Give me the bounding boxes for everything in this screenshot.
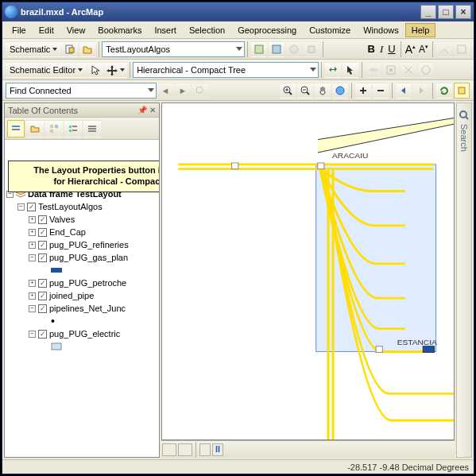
menu-insert[interactable]: Insert	[148, 23, 183, 37]
schematic-editor-dropdown[interactable]: Schematic Editor	[6, 62, 87, 78]
menu-selection[interactable]: Selection	[183, 23, 231, 37]
callout-line1: The Layout Properties button is disabled	[14, 165, 159, 176]
refresh-view-button[interactable]	[199, 443, 211, 456]
svg-rect-22	[69, 130, 72, 132]
view-tabs: II	[161, 440, 455, 458]
tree-item-label: pug_PUG_refineries	[49, 240, 129, 250]
layout-combo[interactable]: TestLayoutAlgos	[102, 41, 245, 57]
refresh-button[interactable]	[436, 83, 452, 99]
search-panel-label: Search	[459, 124, 469, 152]
select-tool-button[interactable]	[87, 62, 103, 78]
menu-file[interactable]: File	[6, 23, 33, 37]
schematic-dropdown[interactable]: Schematic	[6, 41, 61, 57]
svg-rect-24	[88, 126, 96, 127]
svg-point-10	[196, 87, 203, 93]
tree-item-label: joined_pipe	[49, 291, 94, 300]
font-shrink-button[interactable]: A▾	[417, 44, 430, 55]
svg-point-4	[290, 45, 298, 53]
find-prev-button: ◄	[157, 83, 173, 99]
zoom-out-button[interactable]	[297, 83, 313, 99]
toolbar-find: Find Connected ◄ ►	[2, 80, 474, 101]
maximize-button[interactable]: □	[438, 5, 454, 19]
apply-layout-button[interactable]	[325, 62, 341, 78]
font-grow-button[interactable]: A▴	[404, 43, 417, 56]
titlebar: brazil.mxd - ArcMap _ □ ×	[2, 2, 474, 21]
open-diagram-button[interactable]	[79, 41, 95, 57]
find-combo[interactable]: Find Connected	[6, 83, 157, 99]
tool-h-button	[401, 62, 416, 78]
svg-rect-20	[69, 126, 72, 128]
toc-titlebar: Table Of Contents 📌 ✕	[5, 103, 159, 118]
menubar: File Edit View Bookmarks Insert Selectio…	[2, 21, 474, 39]
list-by-visibility-button[interactable]	[45, 120, 63, 137]
map-svg: ARACAIU ESTANCIA	[162, 103, 454, 439]
pin-icon[interactable]: 📌 ✕	[137, 106, 156, 114]
tree-symbol-row	[6, 264, 157, 277]
tree-item-row[interactable]: +✓Valves	[6, 213, 157, 226]
back-button[interactable]	[396, 83, 412, 99]
svg-rect-1	[69, 48, 74, 52]
map-view: ARACAIU ESTANCIA II	[161, 103, 455, 458]
svg-rect-6	[370, 68, 377, 72]
tree-item-label: Valves	[49, 215, 75, 224]
zoom-in-button[interactable]	[280, 83, 296, 99]
list-by-source-button[interactable]	[26, 120, 44, 137]
tool-a-button[interactable]	[251, 41, 267, 57]
menu-bookmarks[interactable]: Bookmarks	[91, 23, 148, 37]
toc-options-button[interactable]	[83, 120, 101, 137]
tool-i-button	[418, 62, 434, 78]
svg-rect-16	[12, 129, 20, 130]
fixed-zoom-out-button[interactable]	[373, 83, 389, 99]
svg-point-8	[389, 68, 393, 72]
full-extent-button[interactable]	[332, 83, 348, 99]
tree-symbol-row	[6, 340, 157, 353]
map-canvas[interactable]: ARACAIU ESTANCIA	[161, 103, 455, 440]
map-label-estancia: ESTANCIA	[397, 338, 438, 346]
tree-item-row[interactable]: +✓pug_PUG_petroche	[6, 277, 157, 289]
search-panel-collapsed[interactable]: Search	[456, 103, 472, 458]
minimize-button[interactable]: _	[420, 5, 436, 19]
list-by-drawing-button[interactable]	[7, 120, 25, 137]
statusbar: -28.517 -9.48 Decimal Degrees	[2, 459, 474, 474]
svg-rect-33	[423, 346, 434, 353]
move-tool-dropdown[interactable]	[104, 62, 127, 78]
tree-item-row[interactable]: +✓pug_PUG_refineries	[6, 238, 157, 251]
list-by-selection-button[interactable]	[64, 120, 82, 137]
tree-item-row[interactable]: +✓joined_pipe	[6, 289, 157, 302]
pause-drawing-button[interactable]: II	[212, 443, 223, 456]
close-button[interactable]: ×	[455, 5, 471, 19]
menu-edit[interactable]: Edit	[33, 23, 60, 37]
underline-button[interactable]: U	[385, 43, 397, 55]
menu-view[interactable]: View	[60, 23, 92, 37]
svg-point-9	[422, 66, 430, 74]
tree-item-row[interactable]: −✓pug_PUG_electric	[6, 327, 157, 340]
svg-rect-15	[12, 126, 20, 127]
tree-item-row[interactable]: −✓pipelines_Net_Junc	[6, 302, 157, 315]
pan-button[interactable]	[315, 83, 331, 99]
fixed-zoom-in-button[interactable]	[355, 83, 371, 99]
new-diagram-button[interactable]	[62, 41, 78, 57]
tool-b-button[interactable]	[269, 41, 284, 57]
svg-rect-18	[55, 125, 58, 128]
menu-geoprocessing[interactable]: Geoprocessing	[231, 23, 303, 37]
pointer-button[interactable]	[342, 62, 358, 78]
table-of-contents-panel: Table Of Contents 📌 ✕ The Layout Propert…	[4, 103, 160, 458]
layout-view-tab[interactable]	[178, 443, 192, 456]
svg-rect-23	[72, 130, 77, 131]
svg-rect-21	[72, 126, 77, 127]
tree-algos-row[interactable]: − ✓ TestLayoutAlgos	[6, 200, 157, 213]
italic-button[interactable]: I	[377, 43, 385, 56]
bold-button[interactable]: B	[366, 43, 377, 55]
tree-item-row[interactable]: −✓pug_PUG_gas_plan	[6, 251, 157, 264]
toc-toolbar	[5, 118, 159, 140]
menu-customize[interactable]: Customize	[303, 23, 357, 37]
svg-rect-26	[88, 130, 96, 132]
toc-title-text: Table Of Contents	[8, 106, 78, 115]
menu-windows[interactable]: Windows	[357, 23, 405, 37]
catalog-button[interactable]	[454, 83, 470, 99]
tree-item-row[interactable]: +✓End_Cap	[6, 226, 157, 238]
data-view-tab[interactable]	[162, 443, 176, 456]
menu-help[interactable]: Help	[405, 23, 436, 37]
toc-tree[interactable]: The Layout Properties button is disabled…	[5, 140, 159, 457]
algorithm-combo[interactable]: Hierarchical - Compact Tree	[133, 62, 319, 78]
